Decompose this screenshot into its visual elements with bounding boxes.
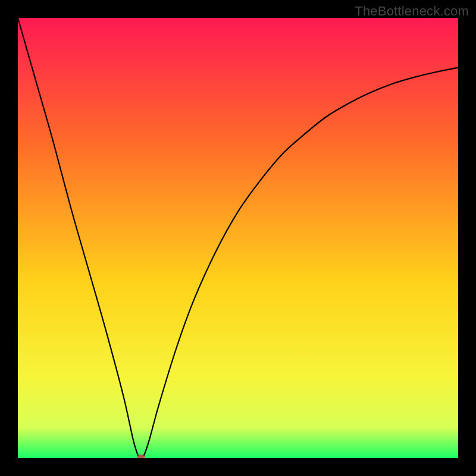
plot-area (18, 18, 458, 458)
watermark-text: TheBottleneck.com (355, 4, 469, 19)
bottleneck-curve (18, 18, 458, 458)
chart-frame: TheBottleneck.com (0, 0, 476, 476)
minimum-point-marker (137, 455, 145, 458)
